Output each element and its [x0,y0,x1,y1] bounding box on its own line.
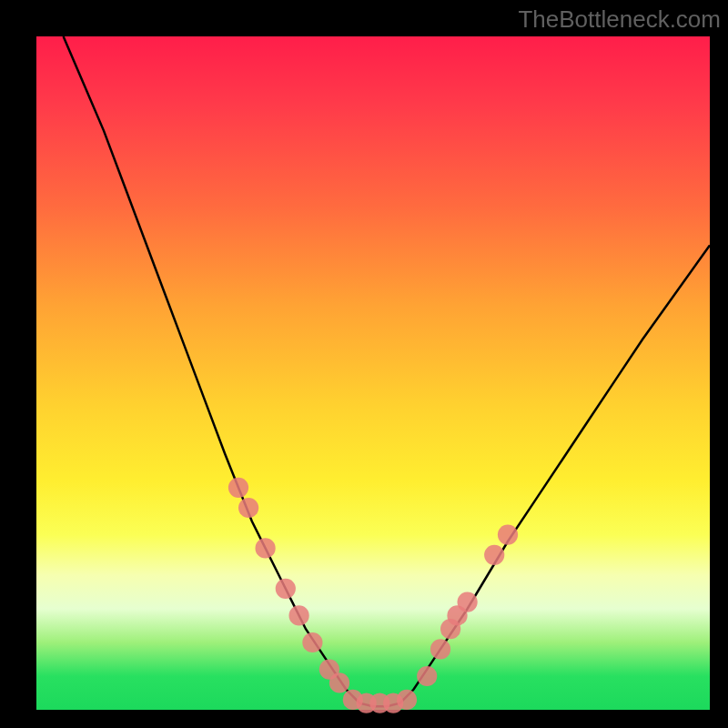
trough-marker [397,690,417,710]
chart-frame: TheBottleneck.com [0,0,728,728]
bottleneck-curve [64,36,710,706]
right-marker [417,666,437,686]
marker-points [228,478,518,713]
left-marker [289,605,309,625]
left-marker [228,478,248,498]
right-marker [458,592,478,612]
right-marker [430,639,450,659]
left-marker [329,672,349,693]
left-marker [256,538,276,558]
bottleneck-curve-path [64,36,710,706]
watermark-text: TheBottleneck.com [518,5,721,34]
left-marker [276,579,296,599]
right-marker [498,525,518,545]
right-marker [484,545,504,565]
chart-svg [36,36,710,710]
left-marker [302,632,322,652]
left-marker [238,498,258,518]
